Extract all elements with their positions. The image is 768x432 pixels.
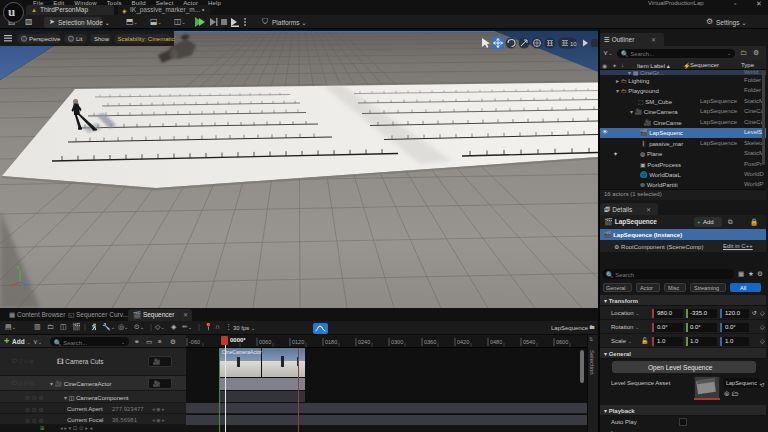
svg-text:Lit: Lit xyxy=(76,36,83,42)
svg-text:0180: 0180 xyxy=(325,339,337,345)
svg-text:0420: 0420 xyxy=(457,339,469,345)
svg-text:Scalability: Cinematic: Scalability: Cinematic xyxy=(118,36,175,42)
svg-text:10: 10 xyxy=(570,41,577,47)
svg-text:0360: 0360 xyxy=(424,339,436,345)
svg-text:Show: Show xyxy=(94,36,110,42)
svg-text:0240: 0240 xyxy=(358,339,370,345)
svg-text:0120: 0120 xyxy=(292,339,304,345)
svg-text:0480: 0480 xyxy=(490,339,502,345)
svg-text:0300: 0300 xyxy=(391,339,403,345)
svg-text:0540: 0540 xyxy=(523,339,535,345)
svg-text:-060: -060 xyxy=(189,339,200,345)
svg-text:Perspective: Perspective xyxy=(29,36,61,42)
svg-text:0600: 0600 xyxy=(556,339,568,345)
svg-text:0060: 0060 xyxy=(259,339,271,345)
